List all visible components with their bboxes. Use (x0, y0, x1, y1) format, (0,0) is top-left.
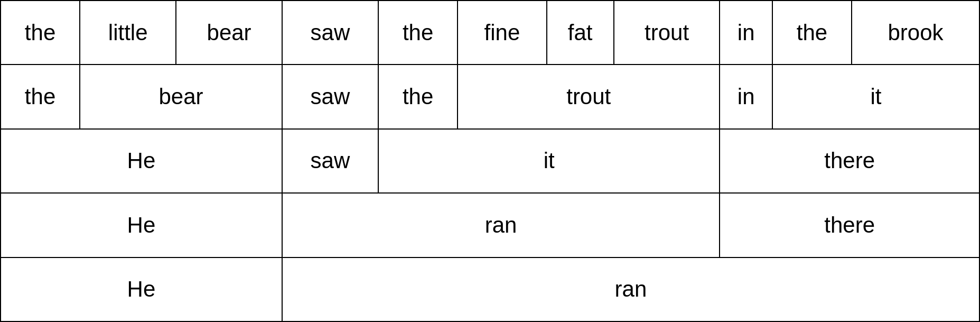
table-cell: He (1, 129, 282, 193)
table-cell: the (378, 65, 458, 128)
table-cell: the (772, 1, 852, 65)
table-cell: bear (176, 1, 282, 65)
table-row: Hesawitthere (1, 129, 979, 193)
table-cell: there (720, 193, 979, 257)
table-cell: saw (282, 65, 378, 128)
table-cell: He (1, 193, 282, 257)
table-cell: fine (458, 1, 546, 65)
word-table: thelittlebearsawthefinefattroutinthebroo… (0, 0, 980, 322)
main-table-container: thelittlebearsawthefinefattroutinthebroo… (0, 0, 980, 322)
table-cell: trout (458, 65, 720, 128)
table-cell: the (1, 65, 80, 128)
table-cell: saw (282, 1, 378, 65)
table-cell: fat (547, 1, 614, 65)
table-row: Heranthere (1, 193, 979, 257)
table-cell: little (80, 1, 176, 65)
table-cell: in (720, 65, 772, 128)
table-cell: there (720, 129, 979, 193)
table-cell: the (1, 1, 80, 65)
table-cell: saw (282, 129, 378, 193)
table-cell: it (772, 65, 979, 128)
table-cell: the (378, 1, 458, 65)
table-row: Heran (1, 257, 979, 321)
table-row: thelittlebearsawthefinefattroutinthebroo… (1, 1, 979, 65)
table-cell: He (1, 257, 282, 321)
table-row: thebearsawthetroutinit (1, 65, 979, 128)
table-cell: it (378, 129, 720, 193)
table-cell: bear (80, 65, 282, 128)
table-cell: brook (852, 1, 979, 65)
table-cell: ran (282, 193, 720, 257)
table-cell: trout (614, 1, 720, 65)
table-cell: ran (282, 257, 979, 321)
table-cell: in (720, 1, 772, 65)
